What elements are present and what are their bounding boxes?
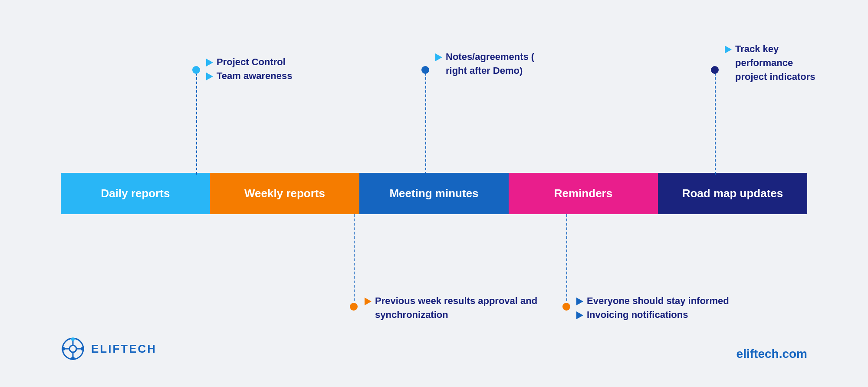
logo-area: ELIFTECH [61, 337, 157, 361]
annotation-top-1: Project Control Team awareness [206, 56, 292, 82]
svg-point-6 [71, 337, 75, 341]
dot-bottom-2 [562, 303, 570, 311]
dashed-line-3 [715, 69, 716, 175]
dot-top-3 [711, 66, 719, 74]
annotation-top-1-line-2: Team awareness [206, 70, 292, 82]
annotation-bottom-1-line-1: Previous week results approval and [365, 295, 537, 307]
annotation-top-1-line-1: Project Control [206, 56, 292, 68]
eliftech-logo-icon [61, 337, 85, 361]
arrow-icon-1 [206, 59, 213, 66]
arrow-icon-3 [435, 53, 442, 61]
arrow-icon-5 [365, 298, 372, 305]
annotation-top-3-line-1: Track key [725, 43, 815, 55]
svg-point-1 [69, 345, 76, 352]
dashed-line-5 [566, 214, 567, 305]
svg-point-7 [81, 347, 84, 351]
annotation-top-2-line-1: Notes/agreements ( [435, 51, 534, 63]
annotation-bottom-2-line-2: Invoicing notifications [576, 309, 729, 321]
arrow-icon-7 [576, 311, 583, 319]
logo-text: ELIFTECH [91, 342, 157, 356]
website-url: eliftech.com [736, 347, 807, 361]
annotation-bottom-1: Previous week results approval and synch… [365, 295, 537, 321]
segment-reminders: Reminders [509, 173, 658, 214]
annotation-top-2-line-2: right after Demo) [435, 65, 534, 76]
arrow-icon-4 [725, 46, 732, 53]
dashed-line-1 [196, 69, 197, 175]
annotation-bottom-1-line-2: synchronization [365, 309, 537, 321]
segment-roadmap: Road map updates [658, 173, 807, 214]
annotation-bottom-2-line-1: Everyone should stay informed [576, 295, 729, 307]
main-container: Daily reports Weekly reports Meeting min… [0, 0, 868, 387]
annotation-top-2: Notes/agreements ( right after Demo) [435, 51, 534, 76]
segment-daily: Daily reports [61, 173, 210, 214]
segment-meeting: Meeting minutes [359, 173, 509, 214]
dashed-line-2 [425, 69, 426, 175]
annotation-top-3-line-2: performance [725, 57, 815, 69]
arrow-icon-2 [206, 73, 213, 80]
annotation-top-3-line-3: project indicators [725, 71, 815, 83]
timeline-bar: Daily reports Weekly reports Meeting min… [61, 173, 807, 214]
annotation-bottom-2: Everyone should stay informed Invoicing … [576, 295, 729, 321]
svg-point-8 [71, 357, 75, 360]
dot-bottom-1 [350, 303, 358, 311]
annotation-top-3: Track key performance project indicators [725, 43, 815, 83]
arrow-icon-6 [576, 298, 583, 305]
dot-top-1 [192, 66, 200, 74]
segment-weekly: Weekly reports [210, 173, 359, 214]
dot-top-2 [421, 66, 429, 74]
svg-point-9 [62, 347, 65, 351]
dashed-line-4 [354, 214, 355, 305]
